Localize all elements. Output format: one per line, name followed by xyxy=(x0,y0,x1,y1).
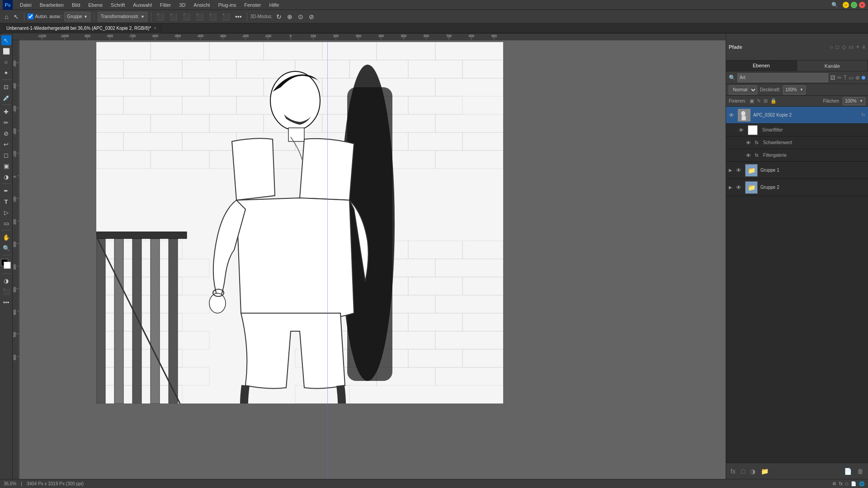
tab-ebenen[interactable]: Ebenen xyxy=(726,61,797,71)
filter-type-icon[interactable]: 🖼 xyxy=(830,75,835,81)
gruppe2-eye-icon[interactable]: 👁 xyxy=(736,184,742,191)
add-style-button[interactable]: fx xyxy=(729,467,737,476)
menu-plugins[interactable]: Plug-ins xyxy=(214,1,240,9)
zoom-tool[interactable]: 🔍 xyxy=(1,243,11,253)
more-tools-button[interactable]: ••• xyxy=(1,297,11,307)
minimize-button[interactable]: − xyxy=(843,2,849,8)
align-right-icon[interactable]: ⬛ xyxy=(181,12,192,21)
active-document-tab[interactable]: Unbenannt-1-Wiederhergestellt bei 36,6% … xyxy=(2,23,161,33)
delete-layer-button[interactable]: 🗑 xyxy=(855,467,865,476)
layer-refresh-icon[interactable]: ↻ xyxy=(861,112,865,118)
dodge-tool[interactable]: ◑ xyxy=(1,172,11,182)
color-swatches[interactable] xyxy=(1,259,12,270)
move-tool[interactable]: ↖ xyxy=(1,35,11,45)
quick-mask-toggle[interactable]: ◑ xyxy=(1,276,11,286)
path-select-tool[interactable]: ▷ xyxy=(1,207,11,217)
background-color[interactable] xyxy=(4,262,11,269)
lasso-tool[interactable]: ○ xyxy=(1,57,11,67)
paths-list-icon[interactable]: ≡ xyxy=(862,44,865,50)
gruppe1-eye-icon[interactable]: 👁 xyxy=(736,167,742,174)
menu-hilfe[interactable]: Hilfe xyxy=(265,1,283,9)
distribute-right-icon[interactable]: ⬛ xyxy=(220,12,231,21)
paths-circle-icon[interactable]: ○ xyxy=(830,44,833,50)
shape-tool[interactable]: ▭ xyxy=(1,218,11,228)
align-left-icon[interactable]: ⬛ xyxy=(155,12,166,21)
layer-gruppe1[interactable]: ▶ 👁 📁 Gruppe 1 xyxy=(726,162,868,179)
sublayer2-eye-icon[interactable]: 👁 xyxy=(746,140,752,145)
hand-tool[interactable]: ✋ xyxy=(1,232,11,242)
close-button[interactable]: × xyxy=(859,2,865,8)
sublayer-eye-icon[interactable]: 👁 xyxy=(739,127,745,133)
eraser-tool[interactable]: ◻ xyxy=(1,150,11,160)
menu-3d[interactable]: 3D xyxy=(175,1,189,9)
3d-rotate-icon[interactable]: ↻ xyxy=(274,12,283,21)
screen-mode-toggle[interactable]: ⬛ xyxy=(1,286,11,296)
tab-kanaele[interactable]: Kanäle xyxy=(797,61,868,71)
layer-eye-icon[interactable]: 👁 xyxy=(729,112,735,118)
sublayer3-eye-icon[interactable]: 👁 xyxy=(746,153,752,158)
paths-diamond-icon[interactable]: ◇ xyxy=(842,44,846,50)
status-icon1[interactable]: ⚙ xyxy=(832,481,836,486)
layer-gruppe2[interactable]: ▶ 👁 📁 Gruppe 2 xyxy=(726,179,868,196)
new-group-button[interactable]: 📁 xyxy=(759,467,770,476)
search-icon[interactable]: 🔍 xyxy=(829,2,841,8)
history-brush-tool[interactable]: ↩ xyxy=(1,139,11,149)
menu-ansicht[interactable]: Ansicht xyxy=(190,1,213,9)
gradient-tool[interactable]: ▣ xyxy=(1,161,11,171)
3d-zoom-icon[interactable]: ⊙ xyxy=(296,12,305,21)
lock-artboard-icon[interactable]: ⊞ xyxy=(764,98,768,104)
magic-wand-tool[interactable]: ✦ xyxy=(1,68,11,78)
group-dropdown[interactable]: Gruppe ▼ xyxy=(64,12,91,22)
add-adjustment-button[interactable]: ◑ xyxy=(748,467,757,476)
menu-ebene[interactable]: Ebene xyxy=(85,1,106,9)
menu-auswahl[interactable]: Auswahl xyxy=(129,1,156,9)
3d-pan-icon[interactable]: ⊕ xyxy=(285,12,294,21)
paths-square-icon[interactable]: □ xyxy=(836,44,839,50)
lock-pixels-icon[interactable]: ▣ xyxy=(750,98,754,104)
status-icon2[interactable]: fx xyxy=(839,481,843,486)
paths-add-icon[interactable]: + xyxy=(856,44,859,50)
healing-brush-tool[interactable]: ✚ xyxy=(1,107,11,117)
menu-bearbeiten[interactable]: Bearbeiten xyxy=(36,1,67,9)
filter-smart-icon[interactable]: ⊕ xyxy=(855,75,860,81)
lock-position-icon[interactable]: ✎ xyxy=(757,98,761,104)
auto-select-checkbox[interactable]: Auton. ausw.: xyxy=(28,14,62,19)
lock-all-icon[interactable]: 🔒 xyxy=(770,98,777,104)
distribute-left-icon[interactable]: ⬛ xyxy=(194,12,205,21)
align-center-icon[interactable]: ⬛ xyxy=(168,12,179,21)
gruppe1-expand-icon[interactable]: ▶ xyxy=(729,168,733,173)
status-icon5[interactable]: 🌐 xyxy=(859,481,864,486)
distribute-center-icon[interactable]: ⬛ xyxy=(207,12,218,21)
gruppe2-expand-icon[interactable]: ▶ xyxy=(729,185,733,190)
filter-shape-icon[interactable]: ▭ xyxy=(849,75,854,81)
eyedropper-tool[interactable]: 💉 xyxy=(1,93,11,103)
home-icon[interactable]: ⌂ xyxy=(3,12,10,21)
clone-stamp-tool[interactable]: ⊘ xyxy=(1,128,11,138)
filter-text-icon[interactable]: T xyxy=(844,75,847,81)
move-tool-icon[interactable]: ↖ xyxy=(12,12,21,21)
opacity-value[interactable]: 100% ▼ xyxy=(783,85,806,94)
blend-mode-select[interactable]: Normal xyxy=(729,85,757,94)
filter-adjust-icon[interactable]: ✏ xyxy=(837,75,842,81)
new-layer-button[interactable]: 📄 xyxy=(842,467,854,476)
more-options-icon[interactable]: ••• xyxy=(233,12,244,21)
pen-tool[interactable]: ✒ xyxy=(1,186,11,196)
fill-value[interactable]: 100% ▼ xyxy=(843,97,865,105)
type-tool[interactable]: T xyxy=(1,197,11,206)
add-mask-button[interactable]: □ xyxy=(739,467,746,476)
status-icon4[interactable]: 📄 xyxy=(851,481,856,486)
menu-datei[interactable]: Datei xyxy=(16,1,35,9)
tab-close-icon[interactable]: × xyxy=(154,26,156,31)
canvas-document[interactable] xyxy=(96,42,503,404)
rectangular-marquee-tool[interactable]: ⬜ xyxy=(1,46,11,56)
status-icon3[interactable]: □ xyxy=(845,481,848,486)
layer-filter-input[interactable] xyxy=(737,73,828,82)
menu-bild[interactable]: Bild xyxy=(68,1,84,9)
paths-rect-icon[interactable]: ▭ xyxy=(849,44,854,50)
transform-dropdown[interactable]: Transformationsstr. ▼ xyxy=(98,12,148,22)
menu-fenster[interactable]: Fenster xyxy=(241,1,264,9)
brush-tool[interactable]: ✏ xyxy=(1,117,11,127)
3d-extra-icon[interactable]: ⊘ xyxy=(307,12,316,21)
menu-schrift[interactable]: Schrift xyxy=(107,1,128,9)
layer-item[interactable]: 👁 APC_0302 Kopie 2 ↻ xyxy=(726,107,868,124)
